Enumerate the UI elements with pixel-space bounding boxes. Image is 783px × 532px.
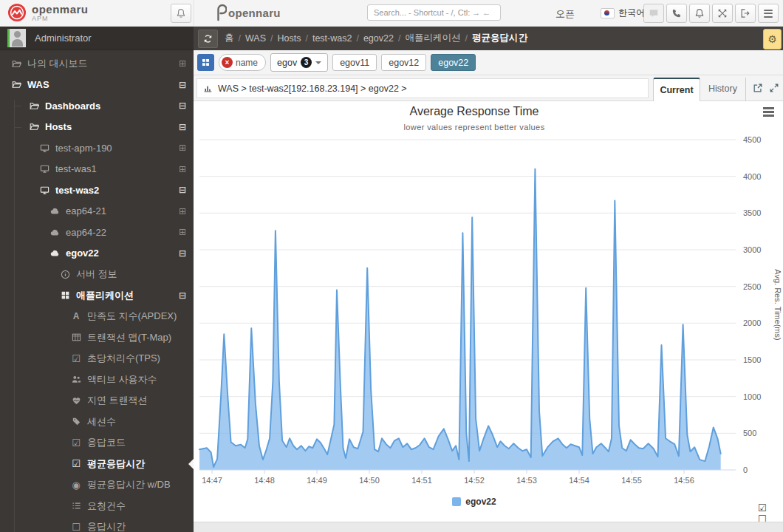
collapse-toggle-icon[interactable]: ⊟ — [179, 100, 186, 111]
sidebar-item-menu-11[interactable]: 애플리케이션⊟ — [0, 285, 194, 307]
resize-diagonal-icon — [769, 83, 779, 93]
expand-button[interactable] — [712, 4, 733, 23]
chat-button[interactable] — [643, 4, 664, 23]
sidebar-item-label: test-apm-190 — [55, 143, 112, 154]
svg-text:14:51: 14:51 — [411, 476, 432, 485]
gear-icon: ⚙ — [767, 33, 777, 45]
expand-toggle-icon[interactable]: ⊞ — [179, 164, 186, 174]
sidebar-item-label: 초당처리수(TPS) — [87, 352, 160, 365]
sidebar-item-menu-0[interactable]: 나의 대시보드⊞ — [0, 53, 194, 75]
tab-current[interactable]: Current — [653, 78, 700, 101]
svg-text:2000: 2000 — [743, 318, 761, 327]
sidebar-item-label: 트랜잭션 맵(T-Map) — [87, 331, 171, 344]
sidebar-item-eap64-22[interactable]: eap64-22⊞ — [0, 222, 194, 243]
breadcrumb-item[interactable]: 애플리케이션 — [405, 32, 460, 44]
sidebar-item-apdex[interactable]: A만족도 지수(APDEX) — [0, 306, 194, 327]
instance-chips: egov11egov12egov22 — [332, 54, 476, 71]
sidebar-item-menu-19[interactable]: ☑평균응답시간 — [0, 454, 194, 475]
monitor-icon — [38, 185, 50, 195]
breadcrumb-item[interactable]: 홈 — [225, 32, 234, 44]
sidebar-item-was[interactable]: WAS⊟ — [0, 75, 194, 96]
chip-egov22[interactable]: egov22 — [431, 54, 476, 71]
sidebar-item-menu-16[interactable]: 지연 트랜잭션 — [0, 390, 194, 412]
chip-egov11[interactable]: egov11 — [332, 54, 377, 71]
legend-swatch — [452, 497, 461, 506]
brand-sub: APM — [32, 16, 89, 22]
sidebar-item-menu-17[interactable]: 세션수 — [0, 412, 194, 433]
svg-text:3500: 3500 — [743, 208, 761, 217]
phone-button[interactable] — [666, 4, 687, 23]
chart-title: Average Response Time — [194, 105, 755, 118]
bell-button[interactable] — [689, 4, 710, 23]
collapse-toggle-icon[interactable]: ⊟ — [179, 80, 186, 90]
breadcrumb-separator: / — [465, 33, 467, 44]
sidebar-item-menu-18[interactable]: ☑응답코드 — [0, 432, 194, 454]
expand-toggle-icon[interactable]: ⊞ — [179, 206, 186, 216]
sidebar-item-menu-15[interactable]: 액티브 사용자수 — [0, 369, 194, 391]
sidebar-item-test-was1[interactable]: test-was1⊞ — [0, 159, 194, 180]
svg-text:14:54: 14:54 — [569, 476, 589, 485]
korea-flag-icon — [601, 8, 615, 18]
monitor-icon — [38, 164, 50, 174]
svg-text:14:49: 14:49 — [307, 476, 327, 485]
sidebar-item-menu-10[interactable]: 서버 정보 — [0, 264, 194, 285]
sidebar-item-label: 애플리케이션 — [76, 289, 134, 302]
user-name: Administrator — [35, 33, 92, 44]
sidebar-item-w-db[interactable]: ◉평균응답시간 w/DB — [0, 474, 194, 496]
resize-panel-button[interactable] — [769, 83, 779, 93]
external-link-icon — [753, 83, 763, 93]
chip-egov12[interactable]: egov12 — [381, 54, 426, 71]
sidebar-item-test-was2[interactable]: test-was2⊟ — [0, 180, 194, 201]
expand-toggle-icon[interactable]: ⊞ — [179, 227, 186, 237]
collapse-toggle-icon[interactable]: ⊟ — [179, 185, 186, 195]
sidebar-item-eap64-21[interactable]: eap64-21⊞ — [0, 201, 194, 222]
breadcrumb-item[interactable]: 평균응답시간 — [472, 32, 527, 44]
breadcrumb-separator: / — [239, 33, 241, 44]
open-external-button[interactable] — [753, 83, 763, 93]
search-input[interactable] — [367, 4, 501, 21]
sidebar-item-egov22[interactable]: egov22⊟ — [0, 243, 194, 265]
folder-icon — [28, 122, 40, 132]
remove-filter-icon[interactable]: × — [222, 57, 233, 68]
breadcrumb-item[interactable]: egov22 — [363, 33, 394, 44]
sidebar-item-menu-21[interactable]: 요청건수 — [0, 496, 194, 517]
chart-legend[interactable]: egov22 — [194, 497, 755, 507]
sidebar-item-tps[interactable]: ☑초당처리수(TPS) — [0, 348, 194, 369]
svg-text:1500: 1500 — [743, 355, 761, 364]
grid-view-button[interactable] — [197, 54, 214, 71]
settings-button[interactable]: ⚙ — [763, 29, 782, 50]
hamburger-button[interactable] — [758, 4, 779, 23]
open-label: 오픈 — [555, 7, 575, 21]
sidebar-item-hosts[interactable]: Hosts⊟ — [0, 117, 194, 138]
sidebar-item-t-map[interactable]: 트랜잭션 맵(T-Map) — [0, 327, 194, 349]
sidebar-item-label: 요청건수 — [87, 499, 126, 513]
collapse-toggle-icon[interactable]: ⊟ — [179, 290, 186, 301]
sidebar-item-test-apm-190[interactable]: test-apm-190⊞ — [0, 137, 194, 159]
notification-bell-button[interactable] — [171, 4, 191, 23]
breadcrumb-item[interactable]: test-was2 — [312, 33, 352, 44]
collapse-toggle-icon[interactable]: ⊟ — [179, 122, 186, 132]
egov-dropdown[interactable]: egov 3 — [270, 53, 328, 72]
chart-menu-button[interactable] — [763, 107, 774, 118]
sidebar-item-label: 서버 정보 — [76, 267, 117, 281]
signout-button[interactable] — [735, 4, 756, 23]
sidebar-user[interactable]: Administrator — [0, 26, 194, 50]
expand-toggle-icon[interactable]: ⊞ — [179, 58, 186, 69]
sidebar-item-dashboards[interactable]: Dashboards⊟ — [0, 95, 194, 117]
sidebar-item-menu-22[interactable]: ☐응답시간 — [0, 516, 194, 532]
svg-text:14:52: 14:52 — [464, 476, 485, 485]
breadcrumb-item[interactable]: Hosts — [277, 33, 301, 44]
refresh-button[interactable] — [198, 30, 218, 48]
svg-text:4000: 4000 — [743, 172, 761, 181]
breadcrumb-separator: / — [305, 33, 307, 44]
collapse-toggle-icon[interactable]: ⊟ — [179, 248, 186, 259]
brand-name: openmaru — [32, 4, 89, 15]
expand-toggle-icon[interactable]: ⊞ — [179, 143, 186, 153]
breadcrumb-item[interactable]: WAS — [245, 33, 266, 44]
tab-history[interactable]: History — [700, 78, 746, 101]
header-divider — [194, 0, 194, 26]
check-square-icon: ☑ — [70, 354, 82, 364]
egov-dropdown-label: egov — [277, 58, 297, 68]
cloud-icon — [49, 248, 61, 258]
name-filter-tag[interactable]: × name — [219, 54, 266, 71]
